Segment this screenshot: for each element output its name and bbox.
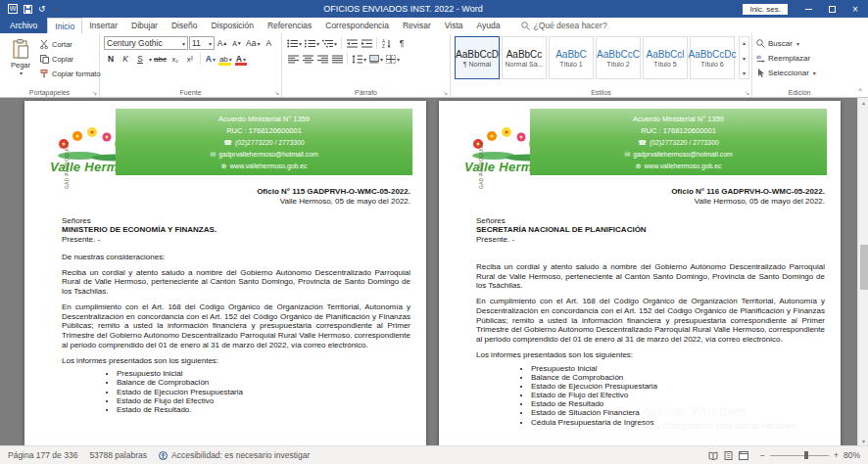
zoom-slider-thumb[interactable] [804, 451, 808, 459]
document-area[interactable]: Valle Hermoso GAD PARROQUIAL Acuerdo Min… [0, 98, 868, 445]
recipient-intro: Señores [476, 216, 825, 226]
restore-button[interactable] [821, 0, 843, 18]
scroll-down-icon[interactable]: ▾ [743, 55, 746, 62]
dialog-launcher-icon[interactable]: ↘ [274, 89, 279, 96]
zoom-in-icon[interactable]: + [834, 450, 839, 460]
style-titulo-6[interactable]: AaBbCcDc Título 6 [690, 36, 735, 79]
font-name-combo[interactable]: Century Gothic▾ [104, 36, 188, 50]
tab-correspondencia[interactable]: Correspondencia [318, 18, 396, 33]
bold-button[interactable]: N [104, 52, 118, 66]
dialog-launcher-icon[interactable]: ↘ [443, 89, 448, 96]
svg-text:Z: Z [382, 44, 385, 48]
tab-vista[interactable]: Vista [438, 18, 470, 33]
accessibility-status[interactable]: Accesibilidad: es necesario investigar [159, 450, 310, 460]
font-color-button[interactable]: A▾ [234, 52, 248, 66]
align-left-button[interactable] [286, 52, 300, 66]
tell-me-search[interactable]: ¿Qué desea hacer? [521, 18, 607, 33]
replace-button[interactable]: ab Reemplazar [756, 51, 843, 65]
style-titulo-2[interactable]: AaBbCcC Título 2 [596, 36, 641, 79]
highlight-label: ab [219, 55, 228, 64]
word-app-icon[interactable]: W [8, 4, 18, 14]
recipient-intro: Señores [62, 216, 410, 226]
paste-button[interactable]: Pegar ▾ [4, 36, 37, 84]
gallery-more-icon[interactable]: ▾ [743, 70, 746, 76]
tab-ayuda[interactable]: Ayuda [470, 18, 507, 33]
justify-button[interactable] [330, 52, 344, 66]
strikethrough-button[interactable]: abc [153, 52, 168, 66]
subscript-button[interactable]: x₂ [169, 52, 182, 66]
style-preview: AaBbCcC [597, 49, 640, 60]
zoom-slider[interactable] [770, 455, 829, 456]
chevron-down-icon[interactable]: ▾ [149, 56, 152, 63]
find-button[interactable]: Buscar ▾ [756, 36, 843, 50]
document-page-1[interactable]: Valle Hermoso GAD PARROQUIAL Acuerdo Min… [24, 101, 426, 445]
shrink-font-button[interactable]: A▼ [230, 36, 244, 50]
line-spacing-button[interactable]: ▾ [351, 52, 367, 66]
style-titulo-1[interactable]: AaBbC Título 1 [549, 36, 594, 79]
scrollbar-thumb[interactable] [860, 245, 868, 290]
web-layout-icon[interactable] [739, 451, 748, 460]
tab-archivo[interactable]: Archivo [0, 18, 47, 33]
page-indicator[interactable]: Página 177 de 336 [8, 450, 77, 460]
read-mode-icon[interactable] [708, 451, 718, 460]
tab-diseno[interactable]: Diseño [165, 18, 204, 33]
format-painter-button[interactable]: Copiar formato [40, 68, 101, 80]
dialog-launcher-icon[interactable]: ↘ [745, 89, 749, 96]
cut-button[interactable]: Cortar [40, 38, 101, 51]
shading-button[interactable]: ▾ [368, 52, 384, 66]
scroll-up-icon[interactable]: ▴ [858, 99, 868, 106]
zoom-percentage[interactable]: 80% [844, 450, 860, 460]
style-sin-espaciado[interactable]: AaBbCc Normal Sa... [502, 36, 547, 79]
word-count[interactable]: 53788 palabras [89, 450, 147, 460]
letter-body[interactable]: Oficio N° 116 GADPRVH-O-WMC-05-2022. Val… [476, 187, 825, 427]
vertical-scrollbar[interactable]: ▴ ▾ [857, 98, 868, 445]
letterhead-phone: (02)2773220 / 2773300 [235, 137, 305, 149]
select-button[interactable]: Seleccionar ▾ [756, 66, 843, 79]
undo-icon[interactable]: ↺ [38, 4, 46, 14]
close-button[interactable]: × [844, 0, 866, 18]
scroll-down-icon[interactable]: ▾ [858, 438, 868, 444]
align-center-button[interactable] [301, 52, 314, 66]
grow-font-button[interactable]: A▲ [216, 36, 229, 50]
tab-dibujar[interactable]: Dibujar [124, 18, 165, 33]
superscript-button[interactable]: x² [183, 52, 197, 66]
collapse-ribbon-icon[interactable]: ^ [858, 86, 862, 95]
document-page-2[interactable]: Valle Hermoso GAD PARROQUIAL Acuerdo Min… [439, 101, 841, 445]
increase-indent-button[interactable] [360, 36, 373, 50]
dialog-launcher-icon[interactable]: ↘ [92, 89, 97, 96]
letter-body[interactable]: Oficio N° 115 GADPRVH-O-WMC-05-2022. Val… [62, 187, 410, 414]
tab-inicio[interactable]: Inicio [47, 18, 82, 33]
bullet-list-button[interactable]: ▾ [286, 36, 303, 50]
clear-formatting-button[interactable]: A [262, 36, 275, 50]
tab-disposicion[interactable]: Disposición [204, 18, 260, 33]
qat-dropdown-icon[interactable]: ▾ [53, 6, 56, 13]
multilevel-list-button[interactable]: ▾ [321, 36, 338, 50]
tab-referencias[interactable]: Referencias [261, 18, 318, 33]
style-normal[interactable]: AaBbCcD ¶ Normal [455, 36, 500, 79]
tab-revisar[interactable]: Revisar [396, 18, 438, 33]
zoom-out-icon[interactable]: − [760, 450, 765, 460]
print-layout-icon[interactable] [724, 451, 733, 460]
align-right-button[interactable] [315, 52, 329, 66]
decrease-indent-button[interactable] [345, 36, 359, 50]
numbered-list-button[interactable]: ▾ [304, 36, 320, 50]
text-effects-button[interactable]: A▾ [204, 52, 217, 66]
italic-button[interactable]: K [119, 52, 132, 66]
borders-button[interactable]: ▾ [385, 52, 401, 66]
style-titulo-5[interactable]: AaBbCcl Título 5 [643, 36, 688, 79]
underline-button[interactable]: S [133, 52, 147, 66]
pilcrow-button[interactable]: ¶ [395, 36, 409, 50]
save-icon[interactable] [24, 5, 32, 14]
font-size-combo[interactable]: 11▾ [189, 36, 215, 50]
highlight-button[interactable]: ab▾ [218, 52, 233, 66]
font-group-label: Fuente [100, 89, 281, 96]
scroll-up-icon[interactable]: ▴ [743, 39, 746, 46]
salutation-line [476, 253, 825, 256]
change-case-button[interactable]: Aa▾ [245, 36, 261, 50]
minimize-button[interactable] [797, 0, 819, 18]
sign-in-button[interactable]: Inic. ses. [743, 4, 788, 15]
search-icon [521, 22, 530, 30]
tab-insertar[interactable]: Insertar [82, 18, 124, 33]
sort-button[interactable]: AZ [380, 36, 394, 50]
copy-button[interactable]: Copiar [40, 53, 101, 66]
